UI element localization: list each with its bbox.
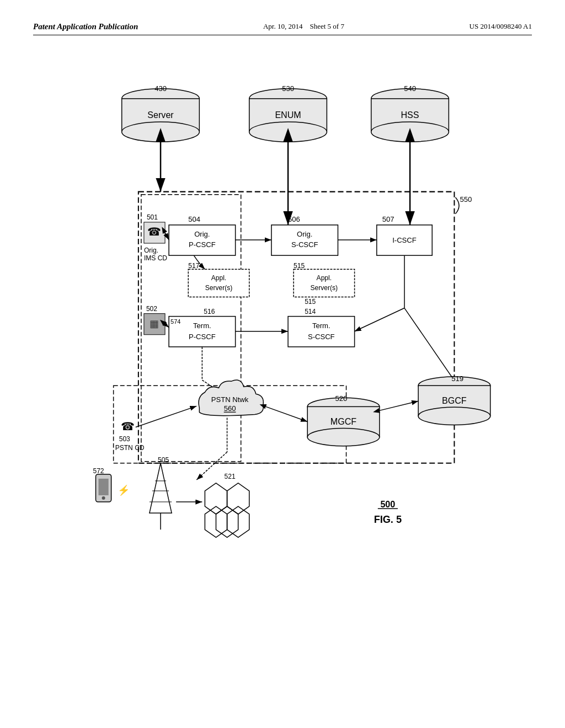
term-scscf-label1: Term. xyxy=(312,322,331,330)
svg-point-6 xyxy=(122,122,200,142)
mgcf-label: MGCF xyxy=(331,416,356,426)
svg-rect-23 xyxy=(188,269,249,297)
bgcf-label: BGCF xyxy=(442,395,467,405)
label-530: 530 xyxy=(282,84,294,93)
label-521: 521 xyxy=(225,473,236,480)
svg-marker-60 xyxy=(227,483,249,514)
svg-line-33 xyxy=(165,233,169,240)
svg-text:▦: ▦ xyxy=(150,318,159,329)
svg-line-36 xyxy=(165,324,169,328)
fig-caption-label: FIG. 5 xyxy=(374,514,402,525)
label-519: 519 xyxy=(451,374,463,383)
svg-point-47 xyxy=(418,407,491,425)
svg-point-52 xyxy=(102,496,105,500)
label-572: 572 xyxy=(93,467,104,475)
appl-server1-label2: Server(s) xyxy=(205,284,233,292)
label-503: 503 xyxy=(119,435,130,443)
fig-number-label: 500 xyxy=(380,499,395,509)
term-scscf-label2: S-CSCF xyxy=(308,333,335,341)
label-520: 520 xyxy=(335,394,347,403)
header-date-sheet: Apr. 10, 2014 Sheet 5 of 7 xyxy=(263,22,344,31)
svg-rect-51 xyxy=(99,479,109,495)
pstn-ntwk-number: 560 xyxy=(224,404,236,413)
orig-pcscf-label1: Orig. xyxy=(194,230,210,238)
orig-scscf-label2: S-CSCF xyxy=(291,240,318,249)
label-501: 501 xyxy=(147,213,158,221)
svg-line-41 xyxy=(136,406,196,427)
svg-line-66 xyxy=(196,452,227,480)
label-574: 574 xyxy=(170,318,180,325)
svg-point-9 xyxy=(249,122,327,142)
appl-server2-label2: Server(s) xyxy=(311,284,338,292)
svg-line-49 xyxy=(380,401,418,410)
orig-ims-cd-label2: IMS CD xyxy=(144,254,167,262)
label-502: 502 xyxy=(146,305,157,313)
label-506: 506 xyxy=(288,215,300,223)
label-505: 505 xyxy=(158,456,169,464)
appl-server2-label1: Appl. xyxy=(317,274,332,282)
appl-server1-label1: Appl. xyxy=(211,274,226,282)
label-516: 516 xyxy=(204,308,215,315)
header-publication: Patent Application Publication xyxy=(33,22,138,31)
server-label: Server xyxy=(147,110,174,120)
label-430: 430 xyxy=(154,84,167,93)
header-patent-number: US 2014/0098240 A1 xyxy=(470,22,532,31)
diagram-area: Server 430 ENUM 530 HSS 540 550 xyxy=(33,46,532,681)
orig-pcscf-label2: P-CSCF xyxy=(189,240,216,249)
svg-text:☎: ☎ xyxy=(121,420,135,432)
icscf-label: I-CSCF xyxy=(392,236,417,244)
hss-label: HSS xyxy=(401,110,419,120)
svg-marker-59 xyxy=(205,483,227,514)
label-517: 517 xyxy=(188,262,199,270)
term-pcscf-label2: P-CSCF xyxy=(189,333,216,341)
svg-rect-24 xyxy=(294,269,354,297)
pstn-cd-label1: PSTN CD xyxy=(115,444,145,452)
label-507: 507 xyxy=(382,215,395,223)
label-515: 515 xyxy=(294,262,305,270)
page: Patent Application Publication Apr. 10, … xyxy=(0,0,565,728)
svg-marker-54 xyxy=(150,463,172,513)
svg-point-44 xyxy=(307,429,380,446)
term-pcscf-label1: Term. xyxy=(193,322,211,330)
label-504: 504 xyxy=(188,215,200,223)
svg-line-29 xyxy=(355,308,404,331)
svg-text:⚡: ⚡ xyxy=(118,484,130,496)
orig-ims-cd-label: Orig. xyxy=(144,247,158,254)
enum-label: ENUM xyxy=(275,110,301,120)
svg-line-48 xyxy=(266,406,307,421)
svg-point-12 xyxy=(371,122,449,142)
diagram-svg: Server 430 ENUM 530 HSS 540 550 xyxy=(33,46,532,681)
pstn-ntwk-label: PSTN Ntwk xyxy=(211,395,249,404)
svg-text:☎: ☎ xyxy=(147,226,161,238)
label-514: 514 xyxy=(305,308,316,315)
page-header: Patent Application Publication Apr. 10, … xyxy=(33,22,532,35)
label-540: 540 xyxy=(404,84,416,93)
label-515b: 515 xyxy=(305,298,316,306)
orig-scscf-label1: Orig. xyxy=(297,230,312,238)
label-550: 550 xyxy=(460,195,472,204)
